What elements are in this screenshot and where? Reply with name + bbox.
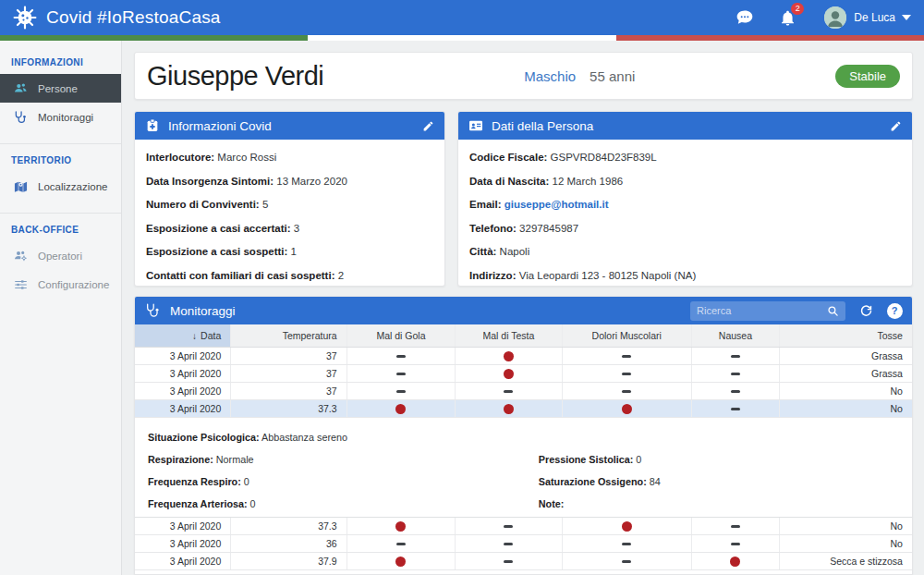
detail-field-label: Note: [539,498,565,509]
column-header-mal-di-testa[interactable]: Mal di Testa [456,324,562,347]
table-cell-mal-di-testa [456,553,562,569]
detail-field: Respirazione: Normale [148,454,539,465]
sidebar-item-label: Configurazione [38,279,109,290]
caret-down-icon[interactable] [902,15,911,20]
detail-field: Frequenza Arteriosa: 0 [148,498,539,509]
table-row[interactable]: 3 April 202037No [135,383,912,400]
table-cell-dolori-muscolari [563,518,692,534]
field-value: 13 Marzo 2020 [276,176,347,187]
sidebar-item-configurazione[interactable]: Configurazione [0,270,121,299]
symptom-present-dot-icon [730,557,740,567]
no-symptom-dash-icon [622,355,631,358]
sidebar-section-title: TERRITORIO [0,148,121,172]
person-data-title: Dati della Persona [492,119,888,133]
table-cell-mal-di-gola [347,365,456,382]
table-cell-temperatura: 37 [231,348,346,364]
field-value: GSPVRD84D23F839L [551,152,657,163]
table-row[interactable]: 3 April 202037.3No [135,518,912,535]
info-field: Esposizione a casi sospetti: 1 [146,246,433,257]
refresh-button[interactable] [857,302,874,319]
info-field: Indirizzo: Via Leopardi 123 - 80125 Napo… [469,270,901,281]
help-button[interactable]: ? [886,302,903,319]
no-symptom-dash-icon [504,560,513,563]
person-data-fields: Codice Fiscale: GSPVRD84D23F839LData di … [458,140,912,287]
column-header-dolori-muscolari[interactable]: Dolori Muscolari [563,324,692,347]
user-menu-label[interactable]: De Luca [854,11,895,24]
table-cell-nausea [692,518,780,534]
sidebar-item-monitoraggi[interactable]: Monitoraggi [0,103,121,131]
info-field: Numero di Conviventi: 5 [146,199,433,210]
no-symptom-dash-icon [396,355,406,358]
table-cell-data: 3 April 2020 [135,348,231,364]
field-label: Codice Fiscale: [469,152,547,163]
table-cell-data: 3 April 2020 [135,535,231,552]
sidebar-divider [0,213,121,214]
covid-info-card: Informazioni Covid Interlocutore: Marco … [134,111,445,287]
person-data-card-header: Dati della Persona [458,112,912,140]
column-header-tosse[interactable]: Tosse [780,324,912,347]
table-cell-temperatura: 36 [231,535,346,552]
edit-covid-info-button[interactable] [420,118,435,133]
covid-info-fields: Interlocutore: Marco RossiData Insorgenz… [135,140,444,287]
sidebar-item-operatori[interactable]: Operatori [0,241,121,270]
table-row[interactable]: 3 April 202037Grassa [135,365,912,383]
symptom-present-dot-icon [622,521,632,532]
table-cell-mal-di-testa [456,535,562,552]
notifications-button[interactable]: 2 [778,8,796,27]
table-cell-dolori-muscolari [563,400,692,417]
id-card-icon [468,118,484,133]
table-cell-tosse: No [780,518,912,534]
detail-field-label: Situazione Psicologica: [148,432,260,443]
row-detail-panel: Situazione Psicologica: Abbastanza seren… [135,418,912,518]
column-header-nausea[interactable]: Nausea [692,324,780,347]
search-icon[interactable] [827,305,839,317]
table-cell-dolori-muscolari [563,348,692,364]
sidebar-item-label: Operatori [38,251,82,262]
edit-person-data-button[interactable] [888,118,903,133]
table-row[interactable]: 3 April 202037.9Secca e stizzosa [135,553,912,570]
column-header-data[interactable]: ↓Data [135,324,231,347]
info-field: Interlocutore: Marco Rossi [146,152,433,163]
field-label: Numero di Conviventi: [146,199,260,210]
search-input[interactable] [697,305,827,316]
status-badge[interactable]: Stabile [835,65,900,88]
refresh-icon [859,304,873,318]
notification-badge: 2 [791,3,804,15]
table-header-row: ↓DataTemperaturaMal di GolaMal di TestaD… [135,324,912,348]
messages-button[interactable] [736,8,754,27]
table-cell-nausea [692,348,780,364]
table-cell-mal-di-testa [456,518,562,534]
table-cell-dolori-muscolari [563,383,692,399]
field-value: 1 [291,246,297,257]
symptom-present-dot-icon [504,351,514,361]
column-header-label: Mal di Testa [482,330,534,341]
table-row[interactable]: 3 April 202037.3No [135,400,912,418]
field-label: Data Insorgenza Sintomi: [146,176,274,187]
table-cell-temperatura: 37.3 [231,400,346,417]
detail-row: Frequenza Respiro: 0Saturazione Ossigeno… [148,471,899,493]
sidebar-item-persone[interactable]: Persone [0,74,121,103]
table-row[interactable]: 3 April 202036No [135,535,912,553]
sidebar-section-title: BACK-OFFICE [0,217,121,241]
column-header-mal-di-gola[interactable]: Mal di Gola [347,324,456,347]
column-header-label: Dolori Muscolari [592,330,662,341]
monitoraggi-header: Monitoraggi [135,297,912,324]
table-cell-mal-di-testa [456,348,562,364]
sidebar-item-label: Localizzazione [38,181,107,192]
detail-field: Pressione Sistolica: 0 [539,454,899,465]
patient-name: Giuseppe Verdi [147,61,323,92]
monitoraggi-card: Monitoraggi [134,296,913,575]
table-cell-temperatura: 37 [231,383,346,399]
table-cell-data: 3 April 2020 [135,553,231,569]
column-header-temperatura[interactable]: Temperatura [231,324,346,347]
email-link[interactable]: giuseppe@hotmail.it [505,199,609,210]
covid-info-title: Informazioni Covid [168,119,420,133]
stethoscope-icon [144,302,163,319]
field-value: Via Leopardi 123 - 80125 Napoli (NA) [519,270,697,281]
avatar[interactable] [824,6,846,29]
sidebar-item-localizzazione[interactable]: Localizzazione [0,172,121,201]
detail-field: Situazione Psicologica: Abbastanza seren… [148,432,539,443]
table-row[interactable]: 3 April 202037Grassa [135,348,912,365]
table-cell-nausea [692,400,780,417]
detail-field-label: Respirazione: [148,454,213,465]
